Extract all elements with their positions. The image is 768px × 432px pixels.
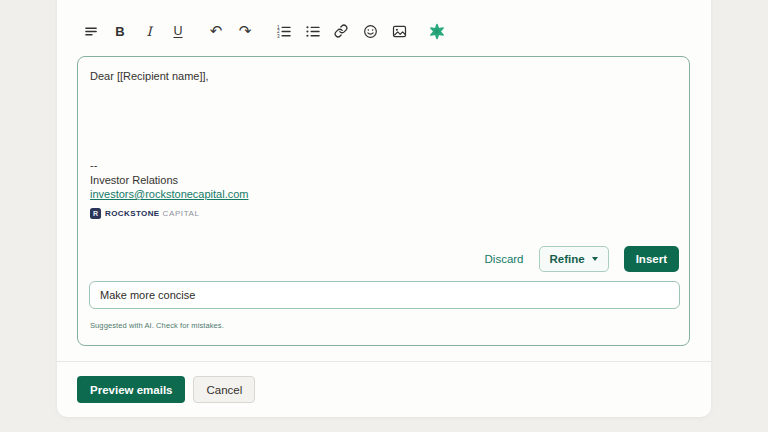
- align-icon[interactable]: [83, 22, 99, 40]
- email-signature: -- Investor Relations investors@rockston…: [90, 158, 249, 221]
- refine-button[interactable]: Refine: [539, 246, 609, 272]
- link-icon[interactable]: [333, 22, 349, 40]
- email-greeting-text: Dear [[Recipient name]],: [90, 69, 209, 83]
- underline-icon[interactable]: U: [170, 22, 186, 40]
- footer-divider: [57, 361, 711, 362]
- refine-button-label: Refine: [550, 253, 585, 265]
- preview-emails-button[interactable]: Preview emails: [77, 376, 185, 403]
- ai-prompt-input[interactable]: [89, 281, 680, 309]
- ai-sparkle-icon[interactable]: [429, 22, 445, 40]
- bold-icon[interactable]: B: [112, 22, 128, 40]
- discard-button[interactable]: Discard: [485, 253, 524, 265]
- insert-button[interactable]: Insert: [624, 246, 679, 272]
- italic-icon[interactable]: I: [141, 22, 157, 40]
- chevron-down-icon: [592, 257, 598, 261]
- ai-action-row: Discard Refine Insert: [485, 246, 679, 272]
- redo-icon[interactable]: ↷: [237, 22, 253, 40]
- svg-text:3: 3: [276, 33, 279, 38]
- signature-email-link[interactable]: investors@rockstonecapital.com: [90, 188, 249, 200]
- signature-separator: --: [90, 158, 249, 173]
- emoji-icon[interactable]: [362, 22, 378, 40]
- logo-company-name: ROCKSTONE: [105, 207, 160, 222]
- cancel-button[interactable]: Cancel: [193, 376, 255, 403]
- company-logo: R ROCKSTONE CAPITAL: [90, 207, 249, 222]
- footer-action-row: Preview emails Cancel: [77, 376, 255, 403]
- email-compose-screen: { "toolbar": { "bold_label": "B", "itali…: [0, 0, 768, 432]
- email-body-editor[interactable]: Dear [[Recipient name]], -- Investor Rel…: [77, 56, 690, 346]
- logo-mark-icon: R: [90, 208, 101, 219]
- logo-company-suffix: CAPITAL: [163, 207, 200, 222]
- bullet-list-icon[interactable]: [304, 22, 320, 40]
- formatting-toolbar: B I U ↶ ↷ 1 2 3: [83, 20, 445, 42]
- ordered-list-icon[interactable]: 1 2 3: [275, 22, 291, 40]
- ai-disclaimer-text: Suggested with AI. Check for mistakes.: [90, 321, 224, 330]
- undo-icon[interactable]: ↶: [208, 22, 224, 40]
- compose-panel: B I U ↶ ↷ 1 2 3: [57, 0, 711, 417]
- signature-name: Investor Relations: [90, 173, 249, 188]
- image-icon[interactable]: [391, 22, 407, 40]
